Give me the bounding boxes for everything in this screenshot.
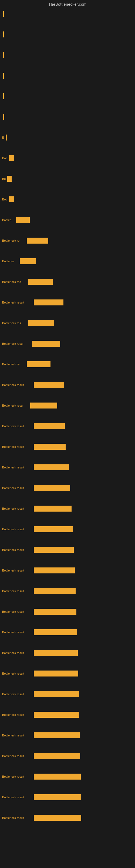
bar-fill [28, 320, 54, 326]
bar-row [2, 72, 133, 79]
bar-label: Bottleneck result [2, 734, 33, 737]
bar-fill [34, 423, 65, 429]
bar-row: Bottleneck result [2, 773, 133, 780]
bar-row: Bottleneck re [2, 237, 133, 244]
bar-label: Bot [2, 198, 9, 201]
bar-label: Bottleneck result [2, 713, 33, 716]
site-title: TheBottlenecker.com [0, 0, 135, 8]
bar-row: Bottlen [2, 216, 133, 223]
bar-fill [3, 93, 4, 99]
bar-row: Bottleneck result [2, 546, 133, 553]
bar-label: Bottleneck result [2, 486, 33, 490]
bar-label: Bottleneck result [2, 610, 33, 613]
bar-fill [20, 258, 36, 264]
bar-fill [34, 588, 76, 594]
bar-row: Bottleneck res [2, 319, 133, 327]
bar-row: Bottleneck result [2, 732, 133, 739]
bar-label: Bo [2, 177, 7, 180]
bar-row [2, 93, 133, 100]
bar-label: Bottleneck result [2, 528, 33, 531]
bar-fill [34, 300, 63, 305]
bar-label: Bottleneck result [2, 672, 33, 675]
bar-fill [34, 733, 80, 738]
bar-row: Bot [2, 155, 133, 162]
bar-fill [9, 196, 14, 203]
bar-fill [3, 73, 4, 79]
bar-fill [34, 691, 79, 697]
bar-label: Bottleneck result [2, 445, 33, 448]
bar-row: Bottleneck result [2, 794, 133, 801]
bar-label: Bottleneck result [2, 651, 33, 654]
bar-label: Bottleneck re [2, 239, 26, 242]
bar-fill [34, 712, 79, 718]
bar-fill [6, 134, 7, 141]
bar-label: Bottleneck re [2, 363, 26, 366]
bar-row: Bottleneck result [2, 608, 133, 615]
bar-fill [27, 238, 48, 244]
bar-label: Bottleneck result [2, 631, 33, 634]
bar-row: Bottleneck result [2, 423, 133, 430]
bar-fill [27, 361, 50, 367]
bar-row: Bottleneck res [2, 278, 133, 285]
bar-label: Bottleneck result [2, 301, 33, 304]
bar-fill [3, 31, 4, 37]
bar-fill [32, 341, 60, 347]
bar-fill [34, 629, 77, 635]
bar-row: Bottleneck result [2, 443, 133, 450]
bar-fill [7, 176, 12, 182]
bar-label: Bottleneck result [2, 754, 33, 757]
bar-row: Bottleneck resu [2, 402, 133, 409]
bar-label: Bottleneck result [2, 796, 33, 799]
bar-label: Bottleneck res [2, 321, 28, 325]
bar-fill [34, 485, 70, 491]
bar-label: Bottleneck result [2, 507, 33, 510]
bar-label: Bottleneck resul [2, 342, 31, 345]
bar-label: Bottleneck resu [2, 404, 30, 407]
bar-label: Bottlen [2, 218, 16, 222]
bar-fill [34, 506, 72, 512]
bar-label: Bottleneck result [2, 775, 33, 778]
bar-row: Bottlenec [2, 258, 133, 265]
bars-section: BBotBoBotBottlenBottleneck reBottlenecBo… [0, 8, 135, 822]
bar-fill [34, 526, 73, 532]
bar-label: Bottleneck result [2, 466, 33, 469]
bar-label: B [2, 136, 5, 139]
bar-fill [34, 650, 78, 656]
bar-row: Bottleneck re [2, 361, 133, 368]
bar-label: Bot [2, 156, 9, 160]
bar-label: Bottleneck result [2, 692, 33, 696]
bar-fill [9, 155, 14, 161]
bar-row: Bottleneck result [2, 381, 133, 389]
bar-label: Bottlenec [2, 259, 19, 263]
bar-row: B [2, 134, 133, 141]
bar-fill [34, 794, 81, 800]
bar-fill [3, 52, 4, 58]
bar-row: Bottleneck result [2, 485, 133, 492]
bar-row: Bottleneck result [2, 649, 133, 656]
bar-label: Bottleneck result [2, 548, 33, 552]
bar-label: Bottleneck result [2, 816, 33, 819]
bar-row: Bottleneck result [2, 505, 133, 512]
bar-row: Bo [2, 175, 133, 182]
bar-label: Bottleneck result [2, 569, 33, 572]
bar-label: Bottleneck res [2, 280, 28, 283]
bar-fill [34, 815, 81, 821]
bar-fill [34, 567, 75, 574]
bar-fill [34, 609, 77, 615]
bar-fill [16, 217, 30, 223]
bar-fill [3, 114, 4, 120]
bar-row [2, 113, 133, 120]
bar-fill [34, 671, 78, 677]
bar-label: Bottleneck result [2, 425, 33, 428]
bar-row: Bottleneck result [2, 670, 133, 677]
bar-row [2, 52, 133, 59]
bar-row: Bot [2, 196, 133, 203]
bar-row: Bottleneck result [2, 526, 133, 533]
bar-label: Bottleneck result [2, 383, 33, 386]
bar-row [2, 10, 133, 18]
bar-row: Bottleneck result [2, 691, 133, 698]
bar-row: Bottleneck result [2, 588, 133, 595]
bar-label: Bottleneck result [2, 589, 33, 593]
bar-row: Bottleneck result [2, 711, 133, 718]
bar-fill [34, 753, 80, 759]
